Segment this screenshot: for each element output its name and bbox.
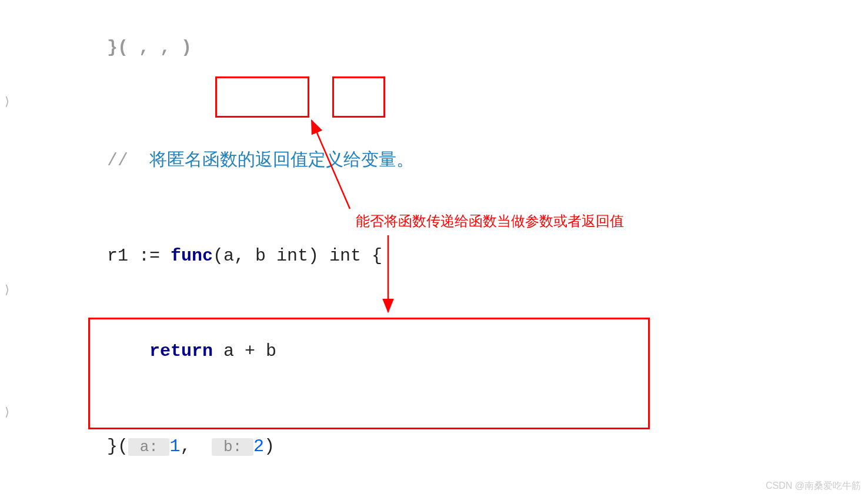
func-return-type: int bbox=[319, 246, 372, 266]
indent bbox=[107, 341, 149, 361]
gutter-marker-icon: ⟩ bbox=[4, 282, 11, 297]
keyword-func: func bbox=[171, 246, 213, 266]
arg-value-a: 1 bbox=[169, 436, 180, 456]
partial-args: }( , , ) bbox=[107, 38, 192, 58]
code-line-partial-top: }( , , ) bbox=[0, 0, 868, 95]
param-hint-a: a: bbox=[128, 438, 169, 456]
comma: , bbox=[180, 436, 212, 456]
arg-value-b: 2 bbox=[253, 436, 264, 456]
annotation-question: 能否将函数传递给函数当做参数或者返回值 bbox=[356, 212, 624, 231]
code-line-return: return a + b bbox=[0, 303, 868, 399]
keyword-return: return bbox=[149, 341, 213, 361]
code-line-println: fmt.Println(r1) bbox=[0, 494, 868, 497]
gutter-marker-icon: ⟩ bbox=[4, 405, 11, 419]
watermark-text: CSDN @南桑爱吃牛筋 bbox=[766, 480, 861, 492]
open-brace: { bbox=[372, 246, 382, 266]
code-block: }( , , ) // 将匿名函数的返回值定义给变量。 r1 := func(a… bbox=[0, 0, 868, 497]
code-line-comment-1: // 将匿名函数的返回值定义给变量。 bbox=[0, 113, 868, 208]
return-expr: a + b bbox=[213, 341, 276, 361]
close-brace-call: }( bbox=[107, 436, 128, 456]
comment-text: 将匿名函数的返回值定义给变量。 bbox=[128, 151, 414, 171]
comment-slash: // bbox=[107, 151, 128, 171]
code-line-call: }( a: 1, b: 2) bbox=[0, 399, 868, 494]
gutter-marker-icon: ⟩ bbox=[4, 94, 11, 109]
call-end: ) bbox=[264, 436, 275, 456]
assign-r1: r1 := bbox=[107, 246, 171, 266]
param-hint-b: b: bbox=[212, 438, 253, 456]
func-params: (a, b int) bbox=[213, 246, 319, 266]
